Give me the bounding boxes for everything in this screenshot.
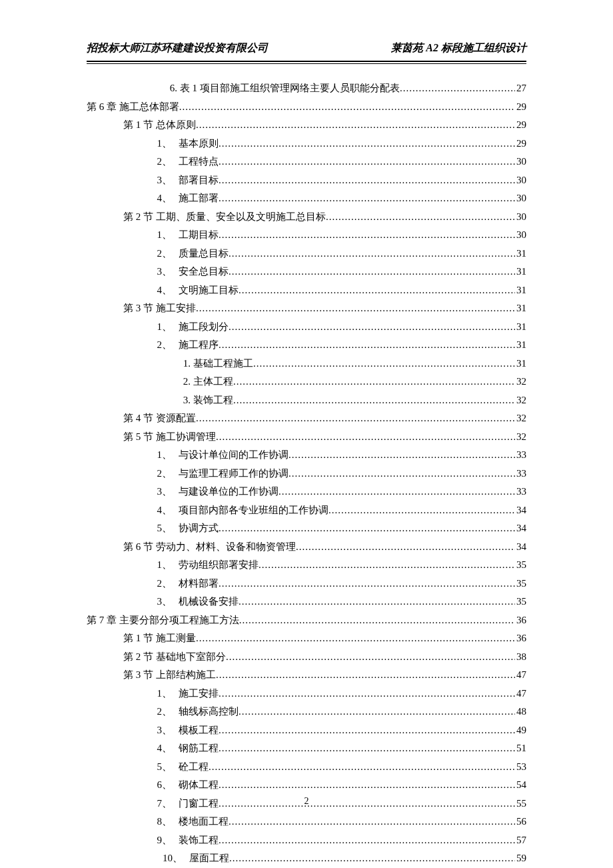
toc-leader (229, 263, 515, 279)
toc-leader (196, 410, 515, 426)
toc-text: 与设计单位间的工作协调 (179, 447, 289, 463)
toc-entry: 1、施工段划分31 (87, 319, 526, 335)
toc-entry: 2、质量总目标31 (87, 245, 526, 261)
toc-label: 1、 (87, 557, 179, 573)
toc-page-number: 48 (515, 703, 526, 719)
toc-entry: 10、屋面工程59 (87, 850, 526, 866)
toc-label: 5、 (87, 759, 179, 775)
toc-text: 文明施工目标 (179, 282, 239, 298)
toc-entry: 3、机械设备安排35 (87, 593, 526, 609)
toc-label: 2、 (87, 245, 179, 261)
toc-label: 6. 表 1 (87, 80, 200, 96)
header-rule-thick (87, 61, 526, 62)
toc-entry: 4、文明施工目标31 (87, 282, 526, 298)
toc-entry: 第 4 节资源配置32 (87, 410, 526, 426)
toc-text: 质量总目标 (179, 245, 229, 261)
toc-label: 第 4 节 (87, 410, 156, 426)
toc-label: 4、 (87, 282, 179, 298)
toc-leader (219, 722, 515, 738)
toc-text: 项目部内部各专业班组的工作协调 (179, 502, 328, 518)
toc-label: 2、 (87, 337, 179, 353)
toc-page-number: 59 (515, 850, 526, 866)
toc-page-number: 35 (515, 593, 526, 609)
toc-label: 第 1 节 (87, 117, 156, 133)
toc-entry: 4、钢筋工程51 (87, 740, 526, 756)
toc-leader (209, 759, 515, 775)
toc-leader (229, 813, 515, 829)
header-rule-thin (87, 63, 526, 64)
toc-label: 5、 (87, 520, 179, 536)
toc-leader (179, 99, 515, 115)
toc-text: 施工部署 (179, 190, 219, 206)
toc-label: 3、 (87, 263, 179, 279)
toc-text: 协调方式 (179, 520, 219, 536)
toc-text: 施工协调管理 (156, 429, 216, 445)
toc-page-number: 31 (515, 263, 526, 279)
toc-text: 与建设单位的工作协调 (179, 483, 279, 499)
toc-text: 模板工程 (179, 722, 219, 738)
toc-text: 屋面工程 (189, 850, 229, 866)
toc-entry: 5、协调方式34 (87, 520, 526, 536)
toc-leader (229, 319, 515, 335)
header-right: 莱茵苑 A2 标段施工组织设计 (391, 41, 526, 55)
toc-label: 1、 (87, 135, 179, 151)
toc-label: 6、 (87, 777, 179, 793)
toc-entry: 3、与建设单位的工作协调33 (87, 483, 526, 499)
page-header: 招投标大师江苏环建建设投资有限公司 莱茵苑 A2 标段施工组织设计 (87, 41, 526, 59)
toc-page-number: 32 (515, 429, 526, 445)
toc-page-number: 36 (515, 630, 526, 646)
toc-entry: 4、施工部署30 (87, 190, 526, 206)
toc-leader (219, 172, 515, 188)
toc-label: 4、 (87, 502, 179, 518)
toc-leader (219, 575, 515, 591)
toc-label: 2、 (87, 575, 179, 591)
toc-leader (219, 153, 515, 169)
toc-label: 第 3 节 (87, 667, 156, 683)
toc-label: 2、 (87, 465, 179, 481)
toc-leader (216, 667, 515, 683)
toc-label: 1、 (87, 227, 179, 243)
toc-leader (219, 740, 515, 756)
toc-text: 上部结构施工 (156, 667, 216, 683)
toc-leader (196, 300, 515, 316)
toc-leader (219, 135, 515, 151)
toc-entry: 第 6 章 施工总体部署29 (87, 99, 526, 115)
toc-text: 总体原则 (156, 117, 196, 133)
toc-leader (216, 429, 515, 445)
toc-leader (196, 630, 515, 646)
toc-entry: 3、部署目标30 (87, 172, 526, 188)
toc-page-number: 53 (515, 759, 526, 775)
toc-text: 楼地面工程 (179, 813, 229, 829)
toc-page-number: 32 (515, 392, 526, 408)
toc-page-number: 30 (515, 190, 526, 206)
toc-entry: 2、施工程序31 (87, 337, 526, 353)
toc-leader (219, 337, 515, 353)
toc-page-number: 34 (515, 520, 526, 536)
toc-text: 与监理工程师工作的协调 (179, 465, 289, 481)
toc-entry: 第 3 节上部结构施工47 (87, 667, 526, 683)
toc-entry: 3、安全总目标31 (87, 263, 526, 279)
toc-page-number: 51 (515, 740, 526, 756)
toc-entry: 2、轴线标高控制48 (87, 703, 526, 719)
toc-page-number: 47 (515, 685, 526, 701)
toc-label: 第 6 节 (87, 539, 156, 555)
toc-page-number: 29 (515, 117, 526, 133)
toc-leader (196, 117, 515, 133)
toc-page-number: 33 (515, 483, 526, 499)
toc-leader (289, 465, 515, 481)
toc-text: 主体工程 (193, 373, 233, 389)
toc-leader (253, 355, 515, 371)
toc-page-number: 31 (515, 355, 526, 371)
toc-leader (239, 703, 515, 719)
toc-text: 施工测量 (156, 630, 196, 646)
toc-entry: 第 2 节基础地下室部分38 (87, 649, 526, 665)
toc-page-number: 31 (515, 282, 526, 298)
toc-entry: 4、项目部内部各专业班组的工作协调34 (87, 502, 526, 518)
toc-leader (219, 777, 515, 793)
toc-entry: 1、基本原则29 (87, 135, 526, 151)
toc-page-number: 31 (515, 245, 526, 261)
toc-label: 1. (87, 355, 193, 371)
toc-label: 第 2 节 (87, 209, 156, 225)
toc-entry: 1、劳动组织部署安排35 (87, 557, 526, 573)
toc-page-number: 30 (515, 209, 526, 225)
